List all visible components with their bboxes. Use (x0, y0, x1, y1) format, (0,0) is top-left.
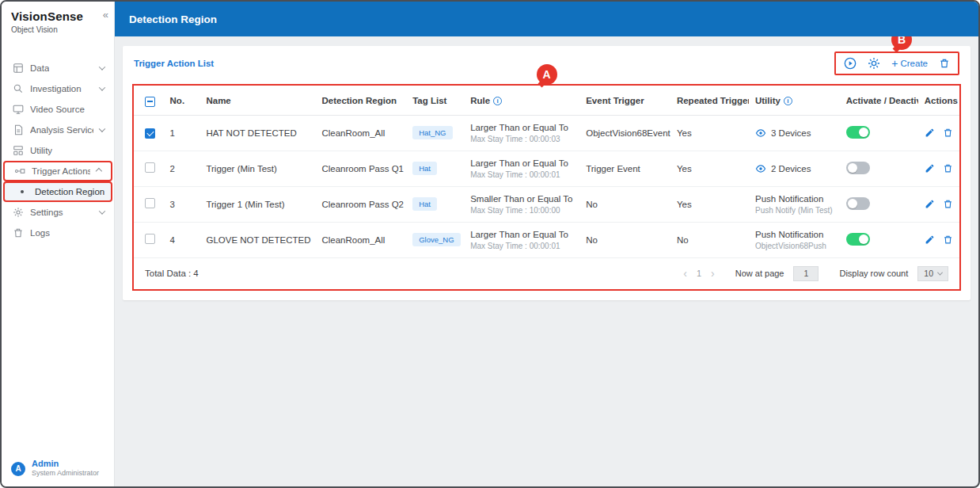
rule-info-icon[interactable]: i (493, 97, 502, 105)
table-annotation-box: A No. Name Detection Region Tag List (132, 84, 961, 291)
column-header-utility: Utilityi (749, 86, 840, 115)
sidebar-item-utility[interactable]: Utility (2, 140, 114, 161)
activate-toggle[interactable] (846, 233, 870, 246)
edit-icon[interactable] (925, 163, 935, 173)
chevron-down-icon (99, 84, 105, 90)
user-role: System Administrator (32, 469, 99, 478)
tag-chip: Hat (412, 162, 437, 175)
sidebar-item-logs[interactable]: Logs (2, 223, 114, 243)
sidebar-item-data[interactable]: Data (2, 58, 114, 78)
toolbar-annotation-box: B + Create (834, 51, 959, 75)
edit-icon[interactable] (925, 199, 935, 209)
cell-utility: 3 Devices (771, 128, 811, 138)
tag-chip: Hat_NG (412, 126, 452, 139)
cell-name: GLOVE NOT DETECTED (199, 222, 315, 257)
column-header-region: Detection Region (315, 86, 406, 115)
now-at-page-input[interactable] (793, 266, 819, 281)
sidebar-item-trigger-actions[interactable]: Trigger Actions (3, 161, 112, 181)
sidebar-item-label: Trigger Actions (32, 166, 90, 176)
cell-rule: Smaller Than or Equal To (470, 194, 573, 204)
gear-icon[interactable] (868, 57, 880, 70)
column-header-event: Event Trigger (579, 86, 670, 115)
sidebar-item-label: Video Source (30, 105, 85, 114)
activate-toggle[interactable] (846, 197, 870, 210)
page-header: Detection Region (115, 2, 978, 36)
sidebar-collapse-icon[interactable]: « (103, 9, 108, 21)
panel-title: Trigger Action List (134, 59, 214, 68)
delete-icon[interactable] (943, 234, 953, 245)
sidebar-item-label: Data (30, 63, 49, 73)
now-at-page-label: Now at page (735, 269, 784, 278)
app-subtitle: Object Vision (11, 25, 104, 34)
cell-rule: Larger Than or Equal To (470, 158, 573, 168)
row-checkbox[interactable] (145, 198, 155, 208)
cell-utility: 2 Devices (771, 164, 811, 173)
search-icon (13, 83, 24, 94)
row-count-select[interactable]: 10 (917, 266, 948, 281)
page-title: Detection Region (129, 13, 217, 25)
delete-icon[interactable] (943, 199, 953, 209)
create-button[interactable]: + Create (891, 58, 928, 69)
edit-icon[interactable] (925, 128, 935, 138)
cell-no: 2 (164, 151, 200, 186)
column-header-activate: Activate / Deactivate (840, 86, 918, 115)
logs-icon (13, 227, 24, 238)
delete-icon[interactable] (943, 128, 953, 138)
eye-icon[interactable] (755, 128, 766, 139)
page-number[interactable]: 1 (697, 269, 701, 278)
workflow-icon (14, 166, 25, 177)
activate-toggle[interactable] (846, 162, 870, 174)
tag-chip: Glove_NG (412, 233, 460, 246)
user-area[interactable]: A Admin System Administrator (2, 452, 114, 486)
row-checkbox[interactable] (145, 234, 155, 244)
row-checkbox[interactable] (145, 162, 155, 173)
column-header-repeated: Repeated Trigger (670, 86, 749, 115)
column-header-no: No. (164, 86, 200, 115)
trigger-action-table: No. Name Detection Region Tag List Rulei… (134, 86, 959, 258)
utility-info-icon[interactable]: i (784, 97, 792, 105)
row-checkbox[interactable] (145, 128, 155, 139)
cell-rule: Larger Than or Equal To (470, 123, 573, 132)
prev-page-icon[interactable]: ‹ (683, 268, 687, 279)
cell-rule-sub: Max Stay Time : 00:00:01 (470, 242, 573, 250)
cell-name: Trigger 1 (Min Test) (199, 186, 315, 222)
activate-toggle[interactable] (846, 126, 870, 139)
sidebar-item-label: Settings (30, 208, 63, 217)
sidebar-item-analysis-service[interactable]: Analysis Service (2, 120, 114, 140)
cell-rule: Larger Than or Equal To (470, 230, 573, 239)
cell-name: Trigger (Min Test) (199, 151, 315, 186)
gear-icon (13, 207, 24, 218)
cell-no: 4 (164, 222, 200, 257)
sidebar-nav: Data Investigation Video Source Analysis… (2, 40, 114, 452)
play-circle-icon[interactable] (844, 57, 857, 70)
plus-icon: + (891, 58, 898, 69)
sidebar-item-detection-region[interactable]: Detection Region (3, 181, 112, 202)
chevron-down-icon (99, 208, 105, 214)
table-row: 3 Trigger 1 (Min Test) Cleanroom Pass Q2… (134, 186, 959, 222)
chevron-up-icon (96, 168, 102, 174)
sidebar-item-label: Detection Region (35, 187, 104, 196)
sidebar-item-video-source[interactable]: Video Source (2, 99, 114, 120)
next-page-icon[interactable]: › (711, 268, 715, 279)
app-title: VisionSense (11, 10, 104, 23)
delete-icon[interactable] (943, 163, 953, 173)
select-all-checkbox[interactable] (145, 97, 155, 107)
edit-icon[interactable] (925, 234, 935, 245)
sidebar-item-investigation[interactable]: Investigation (2, 78, 114, 99)
cell-no: 1 (164, 115, 200, 151)
monitor-icon (13, 104, 24, 115)
layers-icon (13, 145, 24, 156)
cell-utility-sub: ObjectVision68Push (755, 242, 834, 250)
sidebar-item-settings[interactable]: Settings (2, 202, 114, 223)
annotation-b-badge: B (891, 36, 912, 50)
eye-icon[interactable] (755, 163, 766, 174)
chevron-down-icon (937, 269, 943, 275)
total-data-label: Total Data : 4 (145, 269, 199, 278)
cell-event-trigger: No (579, 186, 670, 222)
sidebar-item-label: Analysis Service (30, 125, 93, 135)
table-row: 4 GLOVE NOT DETECTED CleanRoom_All Glove… (134, 222, 959, 257)
table-header-row: No. Name Detection Region Tag List Rulei… (134, 86, 959, 115)
cell-rule-sub: Max Stay Time : 00:00:03 (470, 135, 573, 143)
trash-icon[interactable] (939, 58, 950, 69)
cell-name: HAT NOT DETECTED (199, 115, 315, 151)
